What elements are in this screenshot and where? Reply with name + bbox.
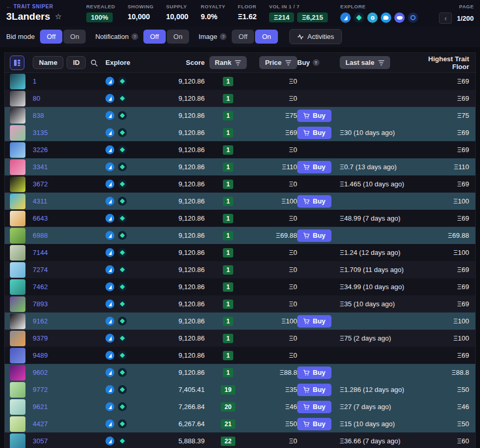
image-on-button[interactable]: On bbox=[255, 30, 277, 44]
gem-icon[interactable] bbox=[118, 214, 127, 223]
token-id-link[interactable]: 9602 bbox=[33, 369, 48, 376]
search-button[interactable] bbox=[89, 58, 99, 68]
nft-thumbnail[interactable] bbox=[10, 194, 25, 209]
image-off-button[interactable]: Off bbox=[232, 30, 254, 44]
nft-thumbnail[interactable] bbox=[10, 74, 25, 89]
opensea-icon[interactable] bbox=[105, 351, 114, 360]
nft-thumbnail[interactable] bbox=[10, 142, 25, 158]
x2y2-icon[interactable] bbox=[367, 12, 378, 23]
token-id-link[interactable]: 7144 bbox=[33, 249, 48, 256]
nft-thumbnail[interactable] bbox=[10, 331, 25, 346]
opensea-icon[interactable] bbox=[105, 402, 114, 411]
token-id-link[interactable]: 3135 bbox=[33, 129, 48, 137]
buy-button[interactable]: Buy bbox=[297, 127, 331, 139]
token-id-link[interactable]: 4427 bbox=[33, 420, 48, 428]
rank-filter-button[interactable]: Rank bbox=[209, 56, 247, 69]
opensea-icon[interactable] bbox=[105, 300, 114, 308]
notification-on-button[interactable]: On bbox=[167, 30, 189, 44]
favorite-star-icon[interactable]: ☆ bbox=[55, 12, 61, 21]
opensea-icon[interactable] bbox=[105, 419, 114, 428]
discord-icon[interactable] bbox=[394, 12, 405, 23]
nft-thumbnail[interactable] bbox=[10, 262, 25, 278]
gem-icon[interactable] bbox=[118, 282, 127, 291]
token-id-link[interactable]: 1 bbox=[33, 77, 36, 85]
gem-icon[interactable] bbox=[118, 145, 127, 154]
buy-button[interactable]: Buy bbox=[297, 110, 331, 122]
nft-thumbnail[interactable] bbox=[10, 348, 25, 363]
prev-page-button[interactable]: ‹ bbox=[439, 12, 452, 24]
gem-icon[interactable] bbox=[118, 265, 127, 274]
token-id-link[interactable]: 9772 bbox=[33, 386, 48, 393]
buy-button[interactable]: Buy bbox=[297, 195, 331, 208]
gem-icon[interactable] bbox=[118, 368, 127, 377]
opensea-icon[interactable] bbox=[105, 334, 114, 343]
nft-thumbnail[interactable] bbox=[10, 314, 25, 329]
card-view-button[interactable] bbox=[10, 56, 24, 70]
gem-icon[interactable] bbox=[118, 128, 127, 137]
token-id-link[interactable]: 3226 bbox=[33, 146, 48, 154]
buy-button[interactable]: Buy bbox=[297, 418, 331, 430]
nft-thumbnail[interactable] bbox=[10, 416, 25, 432]
twitter-icon[interactable] bbox=[381, 12, 391, 23]
opensea-icon[interactable] bbox=[105, 317, 114, 325]
id-sort-button[interactable]: ID bbox=[66, 56, 86, 69]
page-indicator[interactable]: 1/200 bbox=[457, 15, 474, 22]
notification-off-button[interactable]: Off bbox=[143, 30, 166, 44]
gem-icon[interactable] bbox=[118, 437, 127, 445]
opensea-icon[interactable] bbox=[105, 145, 114, 154]
token-id-link[interactable]: 6988 bbox=[33, 232, 48, 239]
gem-icon[interactable] bbox=[118, 162, 127, 171]
nft-thumbnail[interactable] bbox=[10, 245, 25, 261]
nft-thumbnail[interactable] bbox=[10, 91, 25, 106]
gem-icon[interactable] bbox=[118, 94, 127, 103]
price-filter-button[interactable]: Price bbox=[259, 56, 297, 69]
opensea-icon[interactable] bbox=[105, 231, 114, 240]
buy-button[interactable]: Buy bbox=[297, 384, 331, 396]
name-sort-button[interactable]: Name bbox=[33, 56, 63, 69]
gem-icon[interactable] bbox=[118, 300, 127, 308]
gem-icon[interactable] bbox=[118, 197, 127, 206]
token-id-link[interactable]: 7274 bbox=[33, 266, 48, 274]
nft-thumbnail[interactable] bbox=[10, 125, 25, 141]
opensea-icon[interactable] bbox=[105, 265, 114, 274]
opensea-icon[interactable] bbox=[340, 12, 351, 23]
opensea-icon[interactable] bbox=[105, 385, 114, 394]
nft-thumbnail[interactable] bbox=[10, 433, 25, 448]
opensea-icon[interactable] bbox=[105, 248, 114, 257]
nft-thumbnail[interactable] bbox=[10, 296, 25, 312]
token-id-link[interactable]: 838 bbox=[33, 112, 44, 119]
opensea-icon[interactable] bbox=[105, 77, 114, 86]
gem-icon[interactable] bbox=[118, 231, 127, 240]
buy-button[interactable]: Buy bbox=[297, 315, 331, 328]
nft-thumbnail[interactable] bbox=[10, 159, 25, 175]
buy-button[interactable]: Buy bbox=[297, 366, 331, 379]
opensea-icon[interactable] bbox=[105, 197, 114, 206]
opensea-icon[interactable] bbox=[105, 282, 114, 291]
opensea-icon[interactable] bbox=[105, 437, 114, 445]
token-id-link[interactable]: 3672 bbox=[33, 180, 48, 188]
bid-mode-on-button[interactable]: On bbox=[63, 30, 86, 44]
gem-icon[interactable] bbox=[118, 402, 127, 411]
opensea-icon[interactable] bbox=[105, 180, 114, 188]
gem-icon[interactable] bbox=[118, 248, 127, 257]
activities-button[interactable]: Activities bbox=[289, 29, 342, 44]
gem-icon[interactable] bbox=[354, 12, 364, 23]
nft-thumbnail[interactable] bbox=[10, 108, 25, 124]
gem-icon[interactable] bbox=[118, 77, 127, 86]
last-sale-filter-button[interactable]: Last sale bbox=[340, 56, 390, 69]
nft-thumbnail[interactable] bbox=[10, 211, 25, 226]
token-id-link[interactable]: 9621 bbox=[33, 403, 48, 411]
gem-icon[interactable] bbox=[118, 385, 127, 394]
token-id-link[interactable]: 9489 bbox=[33, 351, 48, 359]
token-id-link[interactable]: 7462 bbox=[33, 283, 48, 291]
gem-icon[interactable] bbox=[118, 111, 127, 120]
nft-thumbnail[interactable] bbox=[10, 279, 25, 295]
website-icon[interactable] bbox=[408, 12, 418, 23]
buy-button[interactable]: Buy bbox=[297, 161, 331, 173]
opensea-icon[interactable] bbox=[105, 94, 114, 103]
nft-thumbnail[interactable] bbox=[10, 382, 25, 398]
token-id-link[interactable]: 9162 bbox=[33, 317, 48, 325]
breadcrumb[interactable]: ← TRAIT SNIPER bbox=[6, 4, 74, 9]
buy-button[interactable]: Buy bbox=[297, 229, 331, 242]
nft-thumbnail[interactable] bbox=[10, 228, 25, 243]
